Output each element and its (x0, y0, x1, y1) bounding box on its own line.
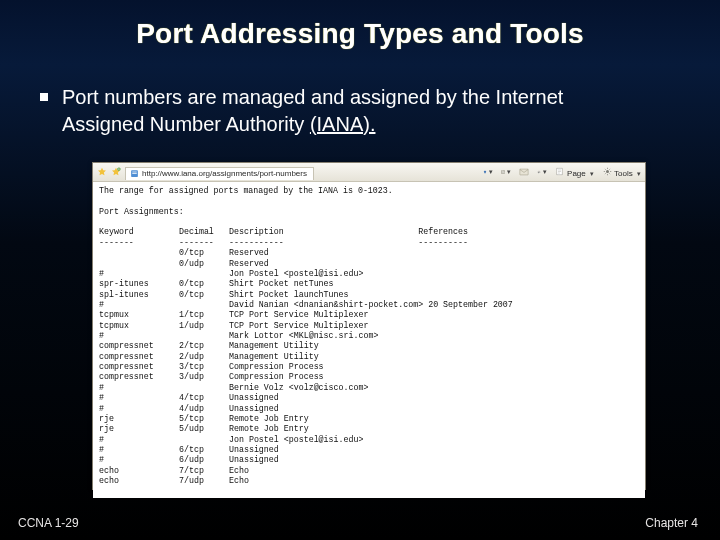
table-row: #4/tcpUnassigned (99, 393, 639, 403)
table-row: 0/tcpReserved (99, 248, 639, 258)
home-icon[interactable] (483, 167, 493, 177)
table-row: rje5/udpRemote Job Entry (99, 424, 639, 434)
browser-tabbar: http://www.iana.org/assignments/port-num… (93, 163, 645, 182)
column-headers: KeywordDecimalDescription References (99, 227, 639, 237)
table-row: #4/udpUnassigned (99, 404, 639, 414)
table-row: spl-itunes0/tcpShirt Pocket launchTunes (99, 290, 639, 300)
table-row: rje5/tcpRemote Job Entry (99, 414, 639, 424)
page-menu-label: Page (567, 169, 586, 178)
bullet-line-2: Assigned Number Authority (62, 113, 310, 135)
browser-window: http://www.iana.org/assignments/port-num… (92, 162, 646, 490)
bullet-text: Port numbers are managed and assigned by… (62, 84, 563, 138)
col-references: References (418, 227, 468, 236)
gear-icon (602, 166, 612, 176)
add-favorite-icon[interactable] (111, 167, 121, 177)
table-row: echo7/udpEcho (99, 476, 639, 486)
svg-point-11 (606, 170, 609, 173)
port-rows: 0/tcpReserved0/udpReserved#Jon Postel <p… (99, 248, 639, 486)
slide-title: Port Addressing Types and Tools (0, 0, 720, 50)
browser-toolbar-right: Page Tools (483, 166, 641, 178)
bullet-icon (40, 93, 48, 101)
favorites-star-icon[interactable] (97, 167, 107, 177)
slide: Port Addressing Types and Tools Port num… (0, 0, 720, 540)
col-description: Description (229, 227, 284, 236)
table-row: compressnet2/tcpManagement Utility (99, 341, 639, 351)
svg-rect-2 (132, 172, 137, 173)
mail-icon[interactable] (519, 167, 529, 177)
assignments-heading: Port Assignments: (99, 207, 639, 217)
table-row: #Mark Lottor <MKL@nisc.sri.com> (99, 331, 639, 341)
svg-rect-9 (538, 172, 539, 173)
page-content: The range for assigned ports managed by … (93, 182, 645, 498)
iana-link[interactable]: (IANA). (310, 113, 376, 135)
table-row: #Bernie Volz <volz@cisco.com> (99, 383, 639, 393)
table-row: #6/udpUnassigned (99, 455, 639, 465)
table-row: #Jon Postel <postel@isi.edu> (99, 269, 639, 279)
title-text: Port Addressing Types and Tools (136, 18, 584, 49)
table-row: compressnet3/tcpCompression Process (99, 362, 639, 372)
table-row: 0/udpReserved (99, 259, 639, 269)
table-row: #6/tcpUnassigned (99, 445, 639, 455)
header-rule: ------------------------- ---------- (99, 238, 639, 248)
svg-point-5 (502, 173, 503, 174)
table-row: #Jon Postel <postel@isi.edu> (99, 435, 639, 445)
browser-tab[interactable]: http://www.iana.org/assignments/port-num… (125, 167, 314, 180)
table-row: #David Nanian <dnanian&shirt-pocket.com>… (99, 300, 639, 310)
tools-menu-label: Tools (614, 169, 633, 178)
tab-url: http://www.iana.org/assignments/port-num… (142, 169, 307, 178)
page-icon (555, 166, 565, 176)
svg-rect-6 (520, 169, 528, 175)
print-icon[interactable] (537, 167, 547, 177)
footer-right: Chapter 4 (645, 516, 698, 530)
page-favicon-icon (129, 169, 139, 179)
svg-rect-8 (538, 171, 539, 172)
intro-line: The range for assigned ports managed by … (99, 186, 639, 196)
tools-menu[interactable]: Tools (602, 166, 641, 178)
table-row: compressnet2/udpManagement Utility (99, 352, 639, 362)
bullet-item: Port numbers are managed and assigned by… (40, 84, 682, 138)
feeds-icon[interactable] (501, 167, 511, 177)
footer-left: CCNA 1-29 (18, 516, 79, 530)
bullet-line-1: Port numbers are managed and assigned by… (62, 86, 563, 108)
table-row: tcpmux1/udpTCP Port Service Multiplexer (99, 321, 639, 331)
col-keyword: Keyword (99, 227, 179, 237)
table-row: tcpmux1/tcpTCP Port Service Multiplexer (99, 310, 639, 320)
table-row: spr-itunes0/tcpShirt Pocket netTunes (99, 279, 639, 289)
svg-rect-3 (132, 173, 137, 174)
table-row: compressnet3/udpCompression Process (99, 372, 639, 382)
col-decimal: Decimal (179, 227, 229, 237)
page-menu[interactable]: Page (555, 166, 594, 178)
table-row: echo7/tcpEcho (99, 466, 639, 476)
